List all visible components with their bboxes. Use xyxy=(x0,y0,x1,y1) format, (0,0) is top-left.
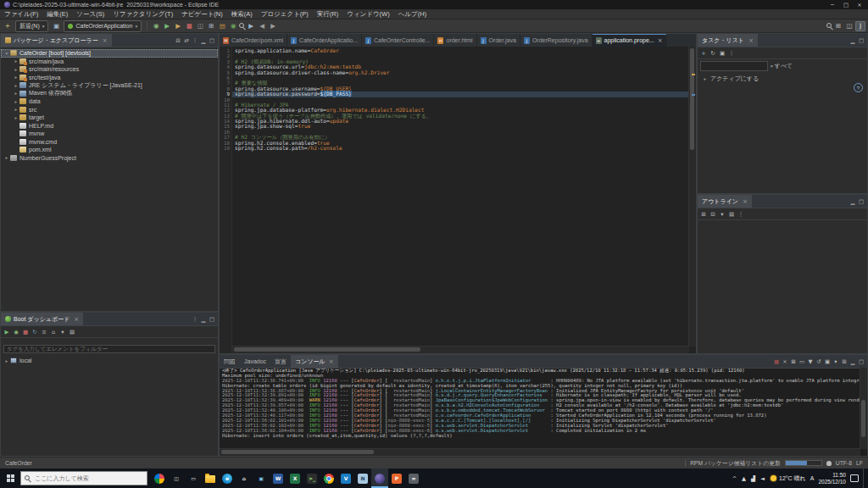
expand-arrow[interactable]: ▸ xyxy=(13,99,19,104)
open-console-icon[interactable]: ⊞ xyxy=(840,358,849,366)
minimize-icon[interactable]: ─ xyxy=(826,0,839,9)
minimize-icon[interactable]: ▁ xyxy=(849,358,857,366)
remove-launch-icon[interactable]: × xyxy=(781,358,789,366)
tree-item-13[interactable]: ▸NumberGuessProject xyxy=(1,154,218,163)
new-task-icon[interactable]: + xyxy=(699,49,708,58)
tree-item-9[interactable]: HELP.md xyxy=(1,122,218,130)
restart-icon[interactable]: ↻ xyxy=(31,328,39,336)
help-icon[interactable]: ? xyxy=(854,83,863,92)
start-debug-icon[interactable]: ◉ xyxy=(12,328,20,336)
task-scope-dropdown[interactable]: ▾ すべて xyxy=(771,62,793,70)
scrollbar-thumb[interactable] xyxy=(221,450,374,454)
scroll-lock-icon[interactable]: ▼ xyxy=(806,358,815,366)
link-with-editor-icon[interactable]: ⇄ xyxy=(182,36,191,45)
skip-breakpoints-icon[interactable]: ◫ xyxy=(195,21,205,31)
properties-editor[interactable]: 12345678910111213141516171819 spring.app… xyxy=(220,47,696,353)
tree-item-6[interactable]: ▸data xyxy=(1,97,218,106)
expand-arrow[interactable]: ▸ xyxy=(13,67,19,72)
network-icon[interactable]: ▟ xyxy=(749,474,757,483)
taskbar-app-13[interactable] xyxy=(371,469,388,488)
background-job-label[interactable]: RPM パッケージ候補リストの更新 xyxy=(690,459,781,468)
stop-icon[interactable]: ■ xyxy=(184,21,194,31)
tree-item-4[interactable]: ▸JRE システム・ライブラリー [JavaSE-21] xyxy=(1,81,218,90)
editor-tab-1[interactable]: JCafeOrderApplicatio... xyxy=(287,34,362,47)
overview-marker[interactable] xyxy=(692,94,695,96)
close-tab-icon[interactable]: × xyxy=(658,37,663,44)
minimize-icon[interactable]: ▁ xyxy=(199,36,208,45)
maximize-icon[interactable]: □ xyxy=(857,358,865,366)
taskbar-app-3[interactable] xyxy=(202,469,219,488)
external-tools-icon[interactable]: ▶ xyxy=(246,21,256,31)
tree-item-10[interactable]: mvnw xyxy=(1,130,218,138)
menu-item-6[interactable]: プロジェクト(P) xyxy=(257,10,313,19)
tab-console-2[interactable]: 宣言 xyxy=(270,355,291,368)
taskbar-search[interactable] xyxy=(20,471,147,485)
view-menu-icon[interactable]: ⋮ xyxy=(737,210,745,219)
taskbar-clock[interactable]: 11:50 2025/12/10 xyxy=(818,472,846,485)
complete-task-icon[interactable]: ▣ xyxy=(718,49,726,58)
tab-package-explorer[interactable]: パッケージ・エクスプローラー × xyxy=(1,34,112,47)
tree-item-11[interactable]: mvnw.cmd xyxy=(1,138,218,147)
launch-config-combo[interactable]: CafeOrderApplication ▾ xyxy=(64,20,142,32)
expand-arrow[interactable]: ▸ xyxy=(702,76,709,81)
scrollbar-thumb[interactable] xyxy=(861,400,865,436)
pin-console-icon[interactable]: ▣ xyxy=(823,358,832,366)
minimize-icon[interactable]: ▁ xyxy=(849,197,857,206)
onedrive-icon[interactable]: ▲ xyxy=(740,474,748,483)
quick-access-search-icon[interactable] xyxy=(826,23,832,29)
new-class-icon[interactable]: ◉ xyxy=(228,21,238,31)
new-package-icon[interactable]: ▤ xyxy=(217,21,227,31)
tree-item-0[interactable]: ▸local xyxy=(1,357,218,365)
expand-arrow[interactable]: ▸ xyxy=(3,155,10,160)
close-icon[interactable]: × xyxy=(853,0,866,9)
close-tab-icon[interactable]: × xyxy=(329,358,334,365)
expand-arrow[interactable]: ▸ xyxy=(13,115,19,120)
remove-all-launches-icon[interactable]: ⊠ xyxy=(789,358,798,366)
synchronize-icon[interactable]: ↻ xyxy=(709,49,717,58)
menu-item-5[interactable]: 検索(A) xyxy=(227,10,257,19)
maximize-icon[interactable]: □ xyxy=(857,197,865,206)
taskbar-app-1[interactable]: ◫ xyxy=(168,469,185,488)
tab-console-0[interactable]: 問題 xyxy=(220,355,240,368)
taskbar-app-12[interactable]: N xyxy=(354,469,371,488)
scrollbar-thumb[interactable] xyxy=(690,48,694,150)
tree-item-5[interactable]: ▸Maven 依存関係 xyxy=(1,90,218,98)
expand-arrow[interactable]: ▸ xyxy=(13,83,19,88)
taskbar-app-0[interactable] xyxy=(151,469,168,488)
close-view-icon[interactable]: × xyxy=(103,37,108,44)
action-center-icon[interactable] xyxy=(850,474,859,482)
back-icon[interactable]: ◀ xyxy=(257,21,267,31)
java-perspective-icon[interactable]: J xyxy=(855,21,865,31)
profile-icon[interactable]: ▶ xyxy=(173,21,183,31)
console-horizontal-scrollbar[interactable] xyxy=(220,448,860,456)
editor-tab-6[interactable]: =application.prope...× xyxy=(593,34,667,47)
editor-tab-3[interactable]: Horder.html xyxy=(434,34,476,47)
tag-filter-icon[interactable]: ▾ xyxy=(58,328,67,336)
tree-item-2[interactable]: ▸src/main/resources xyxy=(1,65,218,74)
tree-item-3[interactable]: ▸src/test/java xyxy=(1,74,218,82)
tree-item-7[interactable]: ▸src xyxy=(1,106,218,114)
menu-item-0[interactable]: ファイル(F) xyxy=(0,10,42,19)
minimize-icon[interactable]: ▁ xyxy=(849,36,857,45)
task-search-input[interactable] xyxy=(700,61,768,71)
task-activate-item[interactable]: ▸ アクティブにする xyxy=(698,75,867,83)
weather-widget[interactable]: 12°C 晴れ xyxy=(771,474,806,483)
stop-icon[interactable]: ■ xyxy=(21,328,30,336)
properties-icon[interactable]: ▤ xyxy=(68,328,76,336)
search-icon[interactable] xyxy=(239,23,245,29)
new-wizard-icon[interactable]: + xyxy=(3,21,13,31)
collapse-all-icon[interactable]: ⊟ xyxy=(174,36,182,45)
tab-console-3[interactable]: コンソール× xyxy=(291,355,338,368)
forward-icon[interactable]: ▶ xyxy=(268,21,278,31)
code-area[interactable]: spring.application.name=CafeOrder # H2 (… xyxy=(232,47,696,353)
view-menu-icon[interactable]: ⋮ xyxy=(191,315,199,324)
start-icon[interactable]: ▶ xyxy=(3,328,11,336)
scrollbar-thumb[interactable] xyxy=(234,347,420,352)
open-console-icon[interactable]: ≡ xyxy=(40,328,48,336)
terminate-icon[interactable]: ■ xyxy=(772,358,781,366)
save-icon[interactable]: ▣ xyxy=(51,21,61,31)
close-view-icon[interactable]: × xyxy=(74,316,79,323)
expand-arrow[interactable]: ▸ xyxy=(13,75,19,80)
close-view-icon[interactable]: × xyxy=(748,37,754,44)
hidden-icons-chevron-icon[interactable]: ^ xyxy=(731,474,738,483)
